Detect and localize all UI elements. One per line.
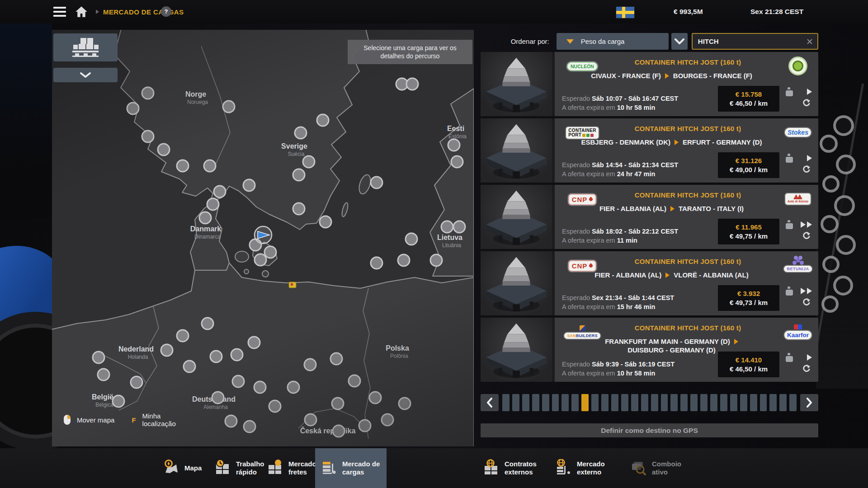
- route-arrow-icon: [665, 272, 670, 278]
- cargo-price: € 3.932: [737, 290, 760, 297]
- page-tick[interactable]: [502, 394, 509, 411]
- page-tick[interactable]: [552, 394, 559, 411]
- sort-selected-value: Peso da carga: [581, 38, 625, 45]
- light-rig: [816, 77, 868, 389]
- nav-item-external-contracts[interactable]: Contratos externos: [477, 448, 552, 488]
- page-tick[interactable]: [601, 394, 609, 411]
- page-tick[interactable]: [740, 394, 747, 411]
- set-gps-destination-button[interactable]: Definir como destino no GPS: [481, 423, 818, 437]
- return-job-icon: [802, 99, 811, 107]
- menu-icon[interactable]: [53, 7, 66, 17]
- price-per-km: € 49,75 / km: [730, 232, 768, 240]
- page-tick[interactable]: [571, 394, 579, 411]
- page-tick[interactable]: [750, 394, 757, 411]
- sort-dropdown[interactable]: Peso da carga: [557, 33, 669, 50]
- price-per-km: € 49,00 / km: [730, 166, 768, 174]
- page-tick[interactable]: [611, 394, 618, 411]
- return-job-icon: [802, 298, 811, 306]
- cargo-schedule: EsperadoSáb 18:02 - Sáb 22:12 CEST A ofe…: [562, 227, 678, 245]
- cargo-offer-card[interactable]: CONTAINERPORT CONTAINER HITCH JOST (160 …: [481, 118, 818, 183]
- cargo-offer-card[interactable]: SANBUILDERS CONTAINER HITCH JOST (160 t)…: [481, 318, 818, 382]
- cargo-price: € 14.410: [736, 356, 762, 364]
- convoy-icon: [630, 459, 646, 477]
- page-tick[interactable]: [779, 394, 787, 411]
- cargo-price: € 15.758: [736, 90, 762, 98]
- move-map-hint: Mover mapa: [77, 416, 114, 424]
- sort-label: Ordenar por:: [481, 38, 557, 45]
- city-marker: [158, 144, 170, 155]
- city-marker: [333, 425, 344, 437]
- page-tick[interactable]: [710, 394, 717, 411]
- nav-item-external-market[interactable]: Mercado externo: [550, 448, 621, 488]
- sort-expand-button[interactable]: [671, 33, 687, 50]
- city-marker: [127, 103, 139, 114]
- page-tick[interactable]: [542, 394, 549, 411]
- city-marker: [264, 246, 276, 258]
- cargo-thumbnail: [481, 118, 555, 183]
- route-arrow-icon: [734, 339, 738, 344]
- page-tick[interactable]: [512, 394, 519, 411]
- page-tick[interactable]: [532, 394, 539, 411]
- city-marker: [441, 221, 453, 233]
- page-tick[interactable]: [591, 394, 599, 411]
- nav-item-cargo-market[interactable]: Mercado de cargas: [315, 448, 387, 488]
- price-box: € 15.758 € 46,50 / km: [718, 86, 779, 112]
- page-tick[interactable]: [651, 394, 658, 411]
- clear-search-icon[interactable]: [807, 38, 813, 45]
- prev-page-button[interactable]: [481, 394, 499, 411]
- search-input[interactable]: [697, 37, 807, 46]
- city-marker: [317, 114, 329, 126]
- route-origin: ESBJERG - DENMARK (DK): [581, 138, 670, 146]
- city-marker: [406, 78, 418, 90]
- city-marker: [305, 414, 316, 426]
- page-tick[interactable]: [561, 394, 569, 411]
- cargo-type-filter-button[interactable]: [53, 33, 118, 61]
- chevron-left-icon: [486, 398, 493, 408]
- page-tick[interactable]: [680, 394, 688, 411]
- top-bar: MERCADO DE CARGAS ? € 993,5M Sex 21:28 C…: [0, 0, 868, 23]
- cargo-flags: [786, 86, 812, 111]
- cargo-offer-card[interactable]: CNP CONTAINER HITCH JOST (160 t) BETUNIJ…: [481, 251, 818, 315]
- city-marker: [430, 254, 442, 266]
- city-marker: [359, 420, 371, 432]
- europe-map-canvas[interactable]: NorgeNoruegaSverigeSuéciaEestiEstôniaDan…: [52, 30, 474, 446]
- route-origin: FIER - ALBANIA (AL): [594, 271, 661, 279]
- cargo-price: € 31.126: [736, 157, 762, 164]
- collapse-panel-button[interactable]: [53, 68, 118, 82]
- page-tick[interactable]: [700, 394, 708, 411]
- city-marker: [293, 203, 305, 215]
- city-marker: [330, 353, 342, 365]
- cargo-schedule: EsperadoSex 21:34 - Sáb 1:44 CEST A ofer…: [562, 293, 674, 311]
- cargo-offers-panel: Ordenar por: Peso da carga: [481, 30, 818, 446]
- page-tick[interactable]: [670, 394, 678, 411]
- help-button[interactable]: ?: [161, 6, 171, 17]
- city-marker: [243, 179, 255, 191]
- page-tick[interactable]: [720, 394, 727, 411]
- cargo-thumbnail: [481, 52, 555, 116]
- cargo-offer-card[interactable]: CNP CONTAINER HITCH JOST (160 t) Auto di…: [481, 185, 818, 249]
- truck-cab-shadow: [0, 23, 52, 218]
- country-label: Česká republika: [300, 427, 356, 435]
- city-marker: [177, 160, 189, 172]
- page-tick[interactable]: [621, 394, 628, 411]
- price-per-km: € 49,73 / km: [730, 299, 768, 306]
- page-tick[interactable]: [631, 394, 638, 411]
- container-hitch-image: [481, 251, 552, 315]
- home-icon[interactable]: [75, 6, 88, 18]
- page-tick[interactable]: [760, 394, 767, 411]
- page-tick[interactable]: [769, 394, 777, 411]
- page-tick[interactable]: [690, 394, 698, 411]
- cargo-offer-card[interactable]: NUCLEÓN CONTAINER HITCH JOST (160 t) CIV…: [481, 52, 818, 116]
- nav-item-label: Mercado de cargas: [342, 460, 381, 476]
- page-tick[interactable]: [730, 394, 737, 411]
- page-tick[interactable]: [789, 394, 797, 411]
- country-label: Lietuva: [437, 234, 462, 241]
- search-box: [692, 33, 818, 50]
- page-tick-current[interactable]: [581, 394, 589, 411]
- quick-job-icon: [214, 459, 231, 477]
- nav-item-map[interactable]: Mapa: [157, 448, 213, 488]
- page-tick[interactable]: [522, 394, 529, 411]
- next-page-button[interactable]: [800, 394, 818, 411]
- page-tick[interactable]: [661, 394, 668, 411]
- page-tick[interactable]: [641, 394, 648, 411]
